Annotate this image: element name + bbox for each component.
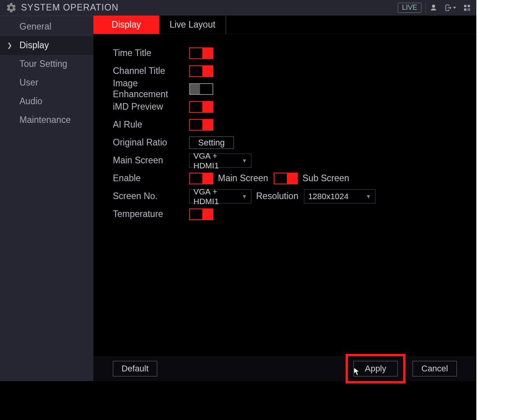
logout-icon[interactable]	[444, 4, 456, 12]
footer-bar: Default Apply Cancel	[93, 356, 476, 381]
sidebar-item-label: General	[19, 21, 51, 32]
header-title: SYSTEM OPERATION	[21, 2, 119, 13]
cancel-button[interactable]: Cancel	[413, 361, 457, 376]
enable-label: Enable	[113, 173, 189, 184]
ai-rule-toggle[interactable]	[189, 119, 213, 131]
user-icon[interactable]	[430, 4, 437, 12]
imd-preview-label: iMD Preview	[113, 102, 189, 112]
screen-no-value: VGA + HDMI1	[193, 187, 242, 206]
svg-rect-3	[468, 9, 469, 10]
live-button[interactable]: LIVE	[398, 3, 421, 13]
screen-no-select[interactable]: VGA + HDMI1 ▼	[189, 189, 251, 203]
ai-rule-label: AI Rule	[113, 119, 189, 130]
image-enhancement-toggle[interactable]	[189, 83, 213, 95]
enable-sub-toggle[interactable]	[274, 173, 298, 184]
sidebar-item-label: Tour Setting	[19, 59, 67, 70]
enable-sub-label: Sub Screen	[302, 173, 349, 184]
temperature-label: Temperature	[113, 209, 189, 220]
screen-no-label: Screen No.	[113, 191, 189, 202]
sidebar-item-label: Maintenance	[19, 115, 71, 126]
chevron-right-icon: ❯	[7, 42, 12, 49]
tab-label: Live Layout	[170, 19, 216, 30]
sidebar-item-label: Display	[19, 40, 49, 51]
tab-label: Display	[112, 19, 141, 30]
image-enhancement-label: Image Enhancement	[113, 78, 189, 100]
apply-button[interactable]: Apply	[353, 361, 398, 376]
time-title-label: Time Title	[113, 48, 189, 59]
apply-highlight-box: Apply	[346, 354, 406, 383]
svg-rect-2	[464, 9, 467, 11]
channel-title-toggle[interactable]	[189, 65, 213, 77]
qr-icon[interactable]	[463, 4, 471, 12]
enable-main-toggle[interactable]	[189, 173, 213, 184]
svg-rect-5	[468, 10, 469, 11]
original-ratio-label: Original Ratio	[113, 137, 189, 148]
resolution-value: 1280x1024	[308, 191, 349, 201]
sidebar-item-label: Audio	[19, 96, 42, 107]
original-ratio-setting-button[interactable]: Setting	[189, 136, 234, 149]
tab-bar: Display Live Layout	[93, 16, 476, 34]
right-blank-gutter	[476, 0, 525, 420]
chevron-down-icon: ▼	[366, 193, 371, 200]
chevron-down-icon: ▼	[242, 193, 247, 200]
main-screen-label: Main Screen	[113, 155, 189, 166]
tab-display[interactable]: Display	[93, 16, 160, 34]
header-bar: SYSTEM OPERATION LIVE	[0, 0, 476, 16]
display-form: Time Title Channel Title Image Enhanceme…	[93, 34, 476, 227]
sidebar-item-label: User	[19, 77, 39, 88]
sidebar-item-tour-setting[interactable]: Tour Setting	[0, 55, 93, 74]
temperature-toggle[interactable]	[189, 208, 213, 220]
tab-separator	[226, 16, 226, 34]
sidebar-item-audio[interactable]: Audio	[0, 92, 93, 111]
sidebar-item-user[interactable]: User	[0, 74, 93, 92]
sidebar-item-maintenance[interactable]: Maintenance	[0, 111, 93, 130]
chevron-down-icon: ▼	[242, 158, 247, 164]
resolution-select[interactable]: 1280x1024 ▼	[304, 189, 376, 203]
sidebar-item-general[interactable]: General	[0, 18, 93, 36]
main-screen-value: VGA + HDMI1	[193, 151, 242, 170]
svg-rect-4	[469, 10, 470, 11]
time-title-toggle[interactable]	[189, 47, 213, 59]
sidebar-item-display[interactable]: ❯Display	[0, 36, 93, 55]
default-button[interactable]: Default	[113, 361, 157, 376]
svg-rect-1	[468, 5, 470, 7]
imd-preview-toggle[interactable]	[189, 101, 213, 113]
resolution-label: Resolution	[256, 191, 298, 202]
main-screen-select[interactable]: VGA + HDMI1 ▼	[189, 154, 251, 168]
tab-live-layout[interactable]: Live Layout	[160, 16, 226, 34]
gear-icon	[5, 2, 17, 14]
channel-title-label: Channel Title	[113, 66, 189, 77]
svg-rect-6	[469, 9, 470, 10]
svg-rect-0	[464, 5, 467, 7]
sidebar: General ❯Display Tour Setting User Audio…	[0, 16, 93, 381]
enable-main-label: Main Screen	[218, 173, 268, 184]
